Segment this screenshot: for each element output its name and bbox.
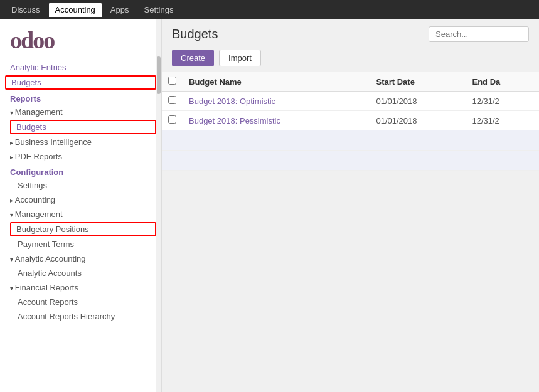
col-budget-name-header: Budget Name — [183, 72, 370, 92]
budgets-table-container: Budget Name Start Date End Da Budget 201… — [162, 72, 539, 171]
row-2-end-date: 12/31/2 — [466, 111, 539, 130]
col-end-date-header: End Da — [466, 72, 539, 92]
main-layout: odoo Analytic Entries Budgets Reports Ma… — [0, 19, 539, 392]
sidebar-item-analytic-entries[interactable]: Analytic Entries — [0, 60, 161, 75]
row-1-checkbox[interactable] — [168, 96, 176, 104]
main-content: Budgets Create Import Budget Name Start … — [162, 19, 539, 392]
sidebar-item-budgetary-positions[interactable]: Budgetary Positions — [10, 222, 156, 236]
table-row: Budget 2018: Pessimistic 01/01/2018 12/3… — [162, 111, 539, 130]
sidebar-section-reports: Reports — [0, 90, 161, 105]
row-checkbox[interactable] — [162, 111, 183, 130]
empty-row-1 — [162, 130, 539, 151]
sidebar-item-account-reports[interactable]: Account Reports — [0, 295, 161, 309]
divider-row — [162, 171, 539, 171]
row-1-name[interactable]: Budget 2018: Optimistic — [183, 92, 370, 111]
sidebar-item-budgets-top[interactable]: Budgets — [5, 75, 156, 90]
odoo-logo: odoo — [10, 26, 54, 54]
row-2-start-date: 01/01/2018 — [370, 111, 466, 130]
sidebar-group-financial-reports[interactable]: Financial Reports — [0, 280, 161, 295]
sidebar-item-settings[interactable]: Settings — [0, 178, 161, 193]
sidebar-group-business-intelligence[interactable]: Business Intelligence — [0, 135, 161, 149]
logo-area: odoo — [0, 19, 161, 59]
row-checkbox[interactable] — [162, 92, 183, 111]
row-2-checkbox[interactable] — [168, 115, 176, 124]
sidebar: odoo Analytic Entries Budgets Reports Ma… — [0, 19, 162, 392]
table-row: Budget 2018: Optimistic 01/01/2018 12/31… — [162, 92, 539, 111]
row-2-name[interactable]: Budget 2018: Pessimistic — [183, 111, 370, 130]
create-button[interactable]: Create — [172, 50, 214, 66]
nav-settings[interactable]: Settings — [137, 3, 179, 17]
nav-discuss[interactable]: Discuss — [5, 3, 46, 17]
sidebar-item-analytic-accounts[interactable]: Analytic Accounts — [0, 266, 161, 280]
sidebar-group-pdf-reports[interactable]: PDF Reports — [0, 149, 161, 164]
sidebar-group-analytic-accounting[interactable]: Analytic Accounting — [0, 252, 161, 266]
col-start-date-header: Start Date — [370, 72, 466, 92]
search-input[interactable] — [429, 26, 529, 42]
nav-accounting[interactable]: Accounting — [49, 3, 102, 17]
row-1-start-date: 01/01/2018 — [370, 92, 466, 111]
sidebar-scroll-thumb — [157, 56, 161, 94]
nav-apps[interactable]: Apps — [104, 3, 136, 17]
page-title: Budgets — [172, 27, 218, 41]
sidebar-item-budgets-management[interactable]: Budgets — [10, 120, 156, 134]
main-header: Budgets — [162, 19, 539, 47]
import-button[interactable]: Import — [219, 50, 261, 66]
sidebar-group-accounting[interactable]: Accounting — [0, 193, 161, 207]
col-checkbox-header — [162, 72, 183, 92]
top-navigation: Discuss Accounting Apps Settings — [0, 0, 539, 19]
sidebar-group-management-config[interactable]: Management — [0, 207, 161, 221]
sidebar-section-configuration: Configuration — [0, 164, 161, 178]
sidebar-group-management-reports[interactable]: Management — [0, 105, 161, 119]
budgets-table: Budget Name Start Date End Da Budget 201… — [162, 72, 539, 171]
sidebar-item-account-reports-hierarchy[interactable]: Account Reports Hierarchy — [0, 309, 161, 324]
row-1-end-date: 12/31/2 — [466, 92, 539, 111]
sidebar-section-main: Analytic Entries Budgets Reports Managem… — [0, 59, 161, 325]
sidebar-scrollbar[interactable] — [156, 19, 161, 392]
main-actions: Create Import — [162, 47, 539, 72]
select-all-checkbox[interactable] — [168, 77, 176, 85]
sidebar-item-payment-terms[interactable]: Payment Terms — [0, 237, 161, 252]
empty-row-2 — [162, 151, 539, 171]
